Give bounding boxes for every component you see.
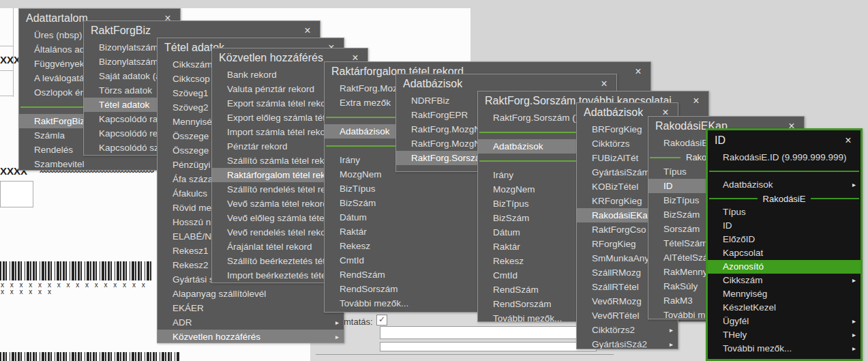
print-checkbox[interactable]: ✓ (376, 315, 387, 326)
menu-item-label: Export előleg számla tétel (227, 113, 333, 123)
menu-item-label: Rekesz (493, 256, 524, 266)
menu-item-label: VevőRTétel (592, 311, 640, 321)
menu-item-label: További mezők... (340, 298, 408, 308)
menu-item-label: RaktForg.Sorszám () (493, 113, 578, 123)
menu-item-label: Alapanyag szállítólevél (173, 289, 266, 299)
menu-item-label: További mezők... (493, 313, 562, 322)
menu-item[interactable]: RakodásiE.ID (9.999.999.999) (708, 151, 860, 164)
menu-item-label: Adatbázisok (493, 141, 543, 151)
menu-item-label: Rekesz1 (173, 246, 209, 256)
menu-item-label: Adatbázisok (723, 179, 773, 190)
submenu-arrow-icon: ▸ (335, 315, 339, 330)
close-icon[interactable]: × (302, 25, 313, 37)
window-titlebar[interactable]: Adatbázisok × (396, 74, 616, 92)
menu-item[interactable]: ADR▸ (158, 315, 344, 330)
menu-item-label: Áfakulcs (173, 188, 207, 199)
window-title: Adatbázisok (584, 106, 643, 119)
menu-item[interactable]: GyártásiSzá2▸ (577, 337, 678, 349)
menu-item-label: További mezők... (723, 343, 792, 353)
menu-item-label: RakMenny (663, 267, 708, 277)
menu-item-label: Raktárforgalom tétel rekord (227, 170, 339, 180)
menu-item[interactable]: ElőzőID (708, 233, 860, 246)
menu-item-label: Cikkcsop (173, 74, 210, 84)
menu-item-label: Kapcsolódó ra (99, 114, 158, 124)
menu-item-label: RendSorszám (340, 284, 398, 294)
menu-item-label: Típus (663, 167, 687, 177)
menu-item-label: SzállRMozg (592, 268, 641, 278)
close-icon[interactable]: × (691, 95, 702, 107)
menu-item[interactable]: Cikktörzs2▸ (577, 323, 678, 337)
menu-item-label: Cikktörzs2 (592, 325, 635, 335)
menu-item-label: Vevő számla tétel rekord (227, 199, 328, 209)
menu-item[interactable]: Típus (708, 205, 860, 219)
menu-item-label: Dátum (340, 212, 367, 222)
menu-item-label: VevőRMozg (592, 296, 642, 306)
menu-item-label: RendSzám (493, 285, 539, 295)
menu-item[interactable]: ID (708, 219, 860, 233)
menu-item-label: Szöveg2 (173, 102, 209, 113)
menu-item-label: Általános ada (34, 44, 90, 55)
menu-item-label: ID (663, 181, 673, 191)
menu-item[interactable]: THely▸ (708, 328, 860, 342)
close-icon[interactable]: × (599, 78, 610, 90)
menu-item-label: ElőzőID (723, 234, 755, 244)
menu-item-label: RaktForgBiz (34, 116, 85, 126)
menu-item[interactable]: Cikkszám▸ (708, 274, 860, 287)
text-field[interactable] (380, 326, 597, 339)
menu-item[interactable]: Kapcsolat (708, 246, 860, 260)
menu-item[interactable]: Közvetlen hozzáférés▸ (158, 330, 344, 343)
menu-item-label: Tétel adatok (99, 100, 149, 110)
menu-item-label: TételSzám (663, 238, 708, 248)
menu-item[interactable]: Azonosító (708, 260, 860, 274)
menu-item[interactable]: EKÁER (158, 301, 344, 315)
menu-item-label: MozgNem (493, 184, 535, 194)
menu-item-label: GyártásiSzá2 (592, 339, 647, 349)
menu-item-label: CmtId (340, 255, 364, 265)
canvas-grid-line (0, 46, 13, 46)
window-titlebar[interactable]: ID × (708, 130, 860, 149)
menu-item-label: Cikkszám (173, 59, 213, 70)
menu-item-label: Rekesz2 (173, 260, 209, 270)
menu-item-label: Összege (173, 131, 209, 141)
menu-item-label: RendSzám (340, 270, 385, 280)
submenu-arrow-icon: ▸ (670, 323, 673, 337)
menu-item-label: MozgNem (340, 169, 382, 179)
menu-item-label: Adatbázisok (340, 126, 390, 136)
menu-item-label: SmMunkaAnya (592, 253, 655, 263)
menu-item-label: SzállRTétel (592, 282, 639, 292)
menu-item-label: Valuta pénztár rekord (227, 84, 314, 94)
menu-item-label: FUBizAlTét (592, 153, 638, 163)
menu-item-label: THely (723, 330, 747, 340)
menu-item-label: BizSzám (340, 198, 376, 208)
window-titlebar[interactable]: RaktForgBiz × (84, 21, 320, 39)
menu-item[interactable]: Ügyfél▸ (708, 315, 860, 328)
text-field[interactable] (380, 342, 597, 351)
menu-item-label: KOBizTétel (592, 182, 638, 192)
close-icon[interactable]: × (633, 66, 644, 78)
menu-item-label: BizTípus (663, 195, 700, 205)
menu-item[interactable]: További mezők...▸ (708, 342, 860, 356)
menu-item-label: RakodásiEKa (592, 210, 648, 220)
menu-item-label: Vevő előleg számla tétel r (227, 213, 332, 223)
menu-item-label: RaktForg.Mozg (340, 83, 402, 93)
window-title: Közvetlen hozzáférés (219, 52, 323, 64)
menu-item[interactable]: Adatbázisok▸ (708, 178, 860, 192)
menu-item[interactable]: Mennyiség (708, 287, 860, 301)
menu-item-label: Szöveg1 (173, 88, 209, 98)
menu-item-label: Függvények (34, 59, 85, 69)
menu-item[interactable]: Alapanyag szállítólevél (158, 287, 344, 301)
menu-separator (708, 164, 860, 178)
close-icon[interactable]: × (843, 134, 854, 147)
menu-item[interactable]: KészletKezel (708, 301, 860, 315)
check-icon: ✓ (378, 315, 385, 324)
menu-item-label: Összege (173, 145, 209, 156)
menu-item-label: Rövid me (173, 203, 211, 213)
barcode (0, 261, 153, 280)
menu-item[interactable]: Szambevitel (19, 157, 180, 171)
menu-item-label: RaktForg.Sorszám (411, 153, 488, 163)
menu-item-label: BRForgKieg (592, 124, 642, 134)
menu-item-label: RakodásiE.ID (9.999.999.999) (723, 152, 847, 162)
menu-item-label: Azonosító (723, 261, 764, 272)
placeholder-text: XXX (0, 55, 20, 65)
menu-item-label: Bizonylatszám (99, 42, 158, 53)
